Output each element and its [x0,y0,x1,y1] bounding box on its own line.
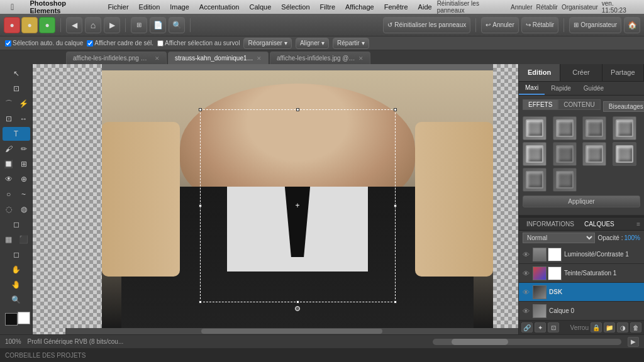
reorganize-btn[interactable]: Réorganiser ▾ [243,38,291,49]
tool-smudge[interactable]: ~ [17,187,31,201]
tool-eraser[interactable]: ◻ [3,217,30,231]
toolbar-btn-1[interactable]: ● [4,17,20,33]
layer-eye-0[interactable]: 👁 [521,251,530,258]
tab-2[interactable]: affiche-les-infideles.jpg @ 50% (RVB/8)*… [270,52,370,64]
tool-hand[interactable]: 🤚 [3,278,30,292]
info-tab[interactable]: INFORMATIONS [523,221,578,228]
h-scrollbar-bottom[interactable] [433,339,621,345]
toolbar-btn-grid[interactable]: ⊞ [131,17,147,33]
menu-selection[interactable]: Sélection [276,0,314,14]
layer-item-0[interactable]: 👁 Luminosité/Contraste 1 [519,245,644,264]
h-scrollbar-thumb[interactable] [201,329,382,334]
tool-magic[interactable]: ⚡ [17,97,31,111]
calques-tab[interactable]: CALQUES [580,221,618,228]
menu-image[interactable]: Image [165,0,194,14]
tool-zoom[interactable]: 🔍 [3,293,30,307]
effect-thumb-6[interactable] [553,142,577,166]
scroll-right-btn[interactable]: ▶ [628,337,639,347]
fg-color-swatch[interactable] [5,313,18,326]
menu-accentuation[interactable]: Accentuation [194,0,245,14]
layer-item-3[interactable]: 👁 Calque 0 [519,302,644,321]
toolbar-btn-2[interactable]: ● [21,17,38,33]
effect-thumb-3[interactable] [582,116,606,140]
undo-toolbar-btn[interactable]: ↩ Annuler [481,17,518,33]
opacity-value[interactable]: 100% [624,234,640,241]
toolbar-btn-forward[interactable]: ▶ [104,17,120,33]
effects-tab[interactable]: EFFETS [523,99,558,110]
toolbar-btn-3[interactable]: ● [39,17,55,33]
toolbar-btn-home[interactable]: ⌂ [85,17,101,33]
tab-close-1[interactable]: ✕ [257,55,262,62]
bg-color-swatch[interactable] [18,312,30,324]
layers-delete-btn[interactable]: 🗑 [630,322,641,332]
organizer-btn[interactable]: Organisateur [562,4,598,11]
tool-blur[interactable]: ○ [2,187,16,201]
effect-thumb-8[interactable] [613,142,636,166]
menu-edition[interactable]: Edition [134,0,165,14]
toolbar-btn-back[interactable]: ◀ [66,17,82,33]
rpanel-tab-edition[interactable]: Edition [519,64,560,81]
tool-brush[interactable]: 🖌 [2,142,16,156]
layers-style-btn[interactable]: ✦ [535,322,546,332]
tool-dodge[interactable]: ◌ [2,202,16,216]
tool-fill[interactable]: ⬛ [17,233,31,246]
organizer-toolbar-btn[interactable]: ⊞ Organisateur [569,17,621,33]
effect-thumb-10[interactable] [553,168,577,192]
repartir-btn[interactable]: Répartir ▾ [333,38,369,49]
toolbar-btn-house[interactable]: 🏠 [624,17,640,33]
h-scrollbar[interactable] [65,328,518,334]
menu-calque[interactable]: Calque [244,0,276,14]
menu-fenetre[interactable]: Fenêtre [379,0,413,14]
tab-1[interactable]: strauss-kahn_dominique1.jpg @ 100% (Calq… [168,52,269,64]
layer-item-2[interactable]: 👁 DSK [519,283,644,302]
align-btn[interactable]: Aligner ▾ [296,38,329,49]
menu-fichier[interactable]: Fichier [103,0,134,14]
tab-0[interactable]: affiche-les-infideles.png @ 100% (DSK, R… [66,52,167,64]
rpanel-tab-partage[interactable]: Partage [602,64,644,81]
tool-burn[interactable]: ◍ [17,202,31,216]
rpanel-subtab-maxi[interactable]: Maxi [519,82,545,95]
layers-adj-btn[interactable]: ◑ [617,322,628,332]
tool-recomp[interactable]: ↔ [17,112,31,126]
content-tab[interactable]: CONTENU [558,99,600,110]
menu-affichage[interactable]: Affichage [340,0,379,14]
tool-shapes[interactable]: ◻ [3,248,30,261]
undo-btn[interactable]: Annuler [511,4,532,11]
effect-thumb-4[interactable] [613,116,636,140]
show-hover-check[interactable]: Afficher sélection au survol [157,40,240,47]
rpanel-subtab-guidee[interactable]: Guidée [577,82,610,95]
effects-dropdown[interactable]: Biseautages [603,101,644,112]
tool-eyedropper[interactable]: ✋ [3,263,30,277]
apply-btn[interactable]: Appliquer [523,195,640,207]
tool-type[interactable]: T [3,127,30,141]
layers-mask-btn[interactable]: ⊡ [548,322,559,332]
reset-panels-toolbar-btn[interactable]: ↺ Réinitialiser les panneaux [383,17,470,33]
effect-thumb-5[interactable] [523,142,547,166]
scrollbar-thumb-bottom[interactable] [452,339,508,345]
effect-thumb-9[interactable] [523,168,547,192]
layer-eye-2[interactable]: 👁 [521,288,530,296]
effect-thumb-7[interactable] [582,142,606,166]
rpanel-tab-creer[interactable]: Créer [560,64,602,81]
layers-lock-btn[interactable]: 🔒 [591,322,602,332]
show-frame-check[interactable]: Afficher cadre de sél. [87,40,153,47]
tool-redeye[interactable]: 👁 [2,172,16,186]
apple-logo[interactable]:  [0,2,25,12]
reset-panels-btn[interactable]: Réinitialiser les panneaux [437,0,507,14]
layers-link-btn[interactable]: 🔗 [521,322,533,332]
tool-pattern[interactable]: ⊞ [17,157,31,171]
redo-btn[interactable]: Rétablir [536,4,557,11]
redo-toolbar-btn[interactable]: ↪ Rétablir [521,17,558,33]
tool-repair[interactable]: ⊕ [17,172,31,186]
tool-lasso[interactable]: ⌒ [2,97,16,111]
menu-app[interactable]: Photoshop Elements [25,0,103,14]
effect-thumb-2[interactable] [553,116,577,140]
blend-mode-select[interactable]: Normal [523,233,595,243]
tab-close-0[interactable]: ✕ [155,55,160,62]
layer-item-1[interactable]: 👁 Teinte/Saturation 1 [519,264,644,283]
tool-pencil[interactable]: ✏ [17,142,31,156]
canvas-area[interactable]: + [33,64,518,334]
tool-gradient[interactable]: ▦ [2,233,16,246]
toolbar-btn-doc[interactable]: 📄 [150,17,166,33]
menu-filtre[interactable]: Filtre [315,0,340,14]
